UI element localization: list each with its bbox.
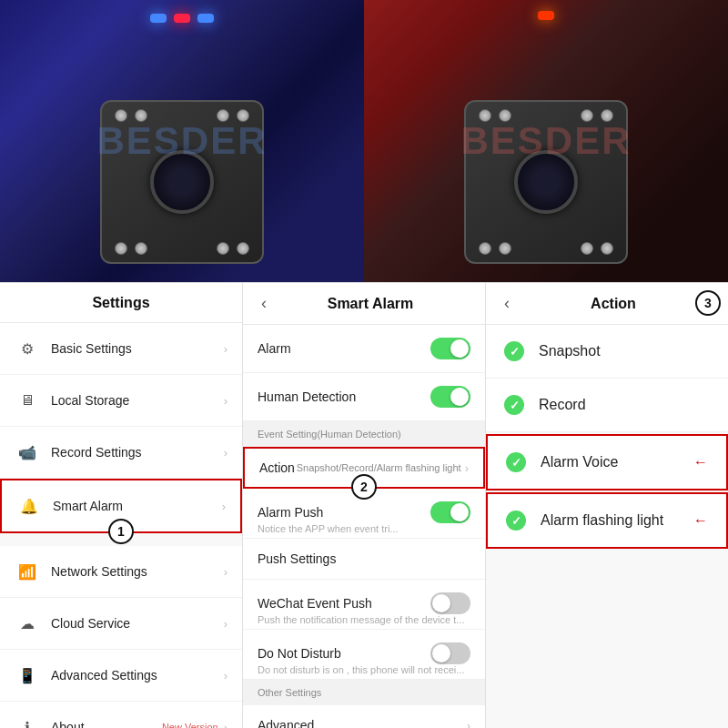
chevron-right-icon: › (224, 342, 228, 356)
snapshot-label: Snapshot (539, 343, 710, 359)
toggle-knob-wechat (432, 594, 450, 612)
human-detection-item: Human Detection (243, 373, 485, 421)
settings-title: Settings (15, 295, 228, 311)
action-snapshot-item[interactable]: ✓ Snapshot (486, 325, 728, 379)
toggle-knob-push (450, 503, 469, 521)
storage-icon: 🖥 (15, 388, 40, 413)
flash-dot-red (174, 14, 190, 23)
network-settings-label: Network Settings (51, 564, 224, 579)
flash-dot-blue-2 (197, 14, 214, 23)
settings-content: ⚙ Basic Settings › 🖥 Local Storage › 📹 R… (0, 323, 242, 728)
action-record-item[interactable]: ✓ Record (486, 379, 728, 432)
alarm-push-label: Alarm Push (258, 505, 430, 520)
settings-item-storage[interactable]: 🖥 Local Storage › (0, 375, 242, 427)
led-br1 (217, 242, 229, 255)
check-circle-alarm-flash: ✓ (506, 511, 526, 531)
alarm-flash-label: Alarm flashing light (541, 512, 686, 529)
do-not-disturb-toggle[interactable] (430, 642, 470, 664)
toggle-knob-dnd (432, 644, 450, 662)
camera-body-right (464, 100, 628, 264)
flash-dot-orange (538, 11, 554, 20)
alarm-voice-label: Alarm Voice (541, 454, 686, 470)
cloud-service-label: Cloud Service (51, 616, 224, 631)
basic-settings-label: Basic Settings (51, 341, 224, 356)
action-item[interactable]: Action Snapshot/Record/Alarm flashing li… (243, 447, 485, 489)
action-chevron: › (465, 461, 469, 475)
step-badge-1: 1 (108, 519, 134, 544)
wechat-desc: Push the notification message of the dev… (258, 614, 464, 625)
led-bl1 (115, 242, 127, 255)
flash-light-right (538, 11, 554, 20)
wechat-toggle[interactable] (430, 592, 470, 614)
action-alarm-voice-item[interactable]: ✓ Alarm Voice ← (486, 434, 728, 490)
check-mark-alarm-voice: ✓ (511, 456, 521, 470)
human-detection-label: Human Detection (258, 389, 430, 404)
led-r-tl2 (499, 109, 511, 122)
led-br2 (237, 242, 249, 255)
led-r-bl2 (499, 242, 511, 255)
settings-item-basic[interactable]: ⚙ Basic Settings › (0, 323, 242, 375)
settings-item-record[interactable]: 📹 Record Settings › (0, 427, 242, 479)
human-detection-toggle[interactable] (430, 386, 470, 408)
settings-item-about[interactable]: ℹ About New Version › (0, 702, 242, 728)
push-settings-item[interactable]: Push Settings (243, 539, 485, 580)
gear-icon: ⚙ (15, 336, 40, 361)
check-mark-alarm-flash: ✓ (511, 514, 521, 528)
chevron-right-icon-3: › (224, 446, 228, 460)
step-badge-3: 3 (695, 290, 721, 316)
smart-alarm-panel: ‹ Smart Alarm Alarm Human Detection Even… (243, 283, 486, 728)
led-r-br2 (601, 242, 613, 255)
alarm-push-desc: Notice the APP when event tri... (258, 523, 399, 534)
alarm-label: Alarm (258, 341, 430, 356)
led-tl2 (135, 109, 147, 122)
record-icon: 📹 (15, 440, 40, 465)
new-version-badge: New Version (162, 722, 218, 728)
wechat-item: WeChat Event Push Push the notification … (243, 580, 485, 630)
camera-lens-right (514, 150, 578, 214)
back-arrow-smart-alarm[interactable]: ‹ (258, 294, 270, 313)
led-bl2 (135, 242, 147, 255)
check-mark-snapshot: ✓ (510, 345, 520, 359)
event-section-title: Event Setting(Human Detection) (243, 421, 485, 447)
action-title: Action (513, 296, 713, 312)
toggle-knob-human (450, 388, 469, 406)
smart-alarm-header: ‹ Smart Alarm (243, 283, 485, 325)
camera-image-left: BESDER (0, 0, 364, 282)
advanced-settings-label: Advanced Settings (51, 668, 224, 682)
advanced-chevron: › (467, 719, 470, 729)
camera-image-right: BESDER (364, 0, 728, 282)
led-tr1 (217, 109, 229, 122)
push-settings-label: Push Settings (258, 551, 470, 566)
smart-alarm-title: Smart Alarm (270, 296, 470, 312)
action-alarm-flash-item[interactable]: ✓ Alarm flashing light ← (486, 492, 728, 549)
alarm-icon: 🔔 (16, 493, 42, 519)
smart-alarm-label: Smart Alarm (53, 499, 222, 513)
alarm-toggle[interactable] (430, 338, 470, 359)
record-settings-label: Record Settings (51, 445, 224, 460)
advanced-label: Advanced (258, 718, 467, 728)
record-label: Record (539, 397, 710, 413)
check-mark-record: ✓ (510, 399, 520, 412)
settings-item-network[interactable]: 📶 Network Settings › (0, 546, 242, 598)
led-tr2 (237, 109, 249, 122)
do-not-disturb-item: Do Not Disturb Do not disturb is on , th… (243, 630, 485, 680)
back-arrow-action[interactable]: ‹ (500, 294, 513, 313)
step-badge-2: 2 (351, 474, 377, 500)
advanced-link[interactable]: Advanced › (243, 705, 485, 728)
led-r-tl1 (479, 109, 491, 122)
action-label: Action (259, 460, 297, 475)
cloud-icon: ☁ (15, 611, 40, 636)
settings-item-advanced[interactable]: 📱 Advanced Settings › (0, 650, 242, 702)
advanced-icon: 📱 (15, 662, 40, 688)
settings-panel: Settings ⚙ Basic Settings › 🖥 Local Stor… (0, 283, 243, 728)
settings-item-smart-alarm[interactable]: 🔔 Smart Alarm › 1 (0, 479, 242, 533)
info-icon: ℹ (15, 714, 40, 728)
settings-item-cloud[interactable]: ☁ Cloud Service › (0, 598, 242, 650)
wechat-label: WeChat Event Push (258, 596, 430, 611)
chevron-right-icon-2: › (224, 394, 228, 408)
panels: Settings ⚙ Basic Settings › 🖥 Local Stor… (0, 282, 728, 728)
alarm-push-toggle[interactable] (430, 501, 470, 523)
flash-light-left (150, 14, 214, 23)
check-circle-record: ✓ (504, 395, 524, 415)
chevron-right-icon-6: › (224, 617, 228, 631)
